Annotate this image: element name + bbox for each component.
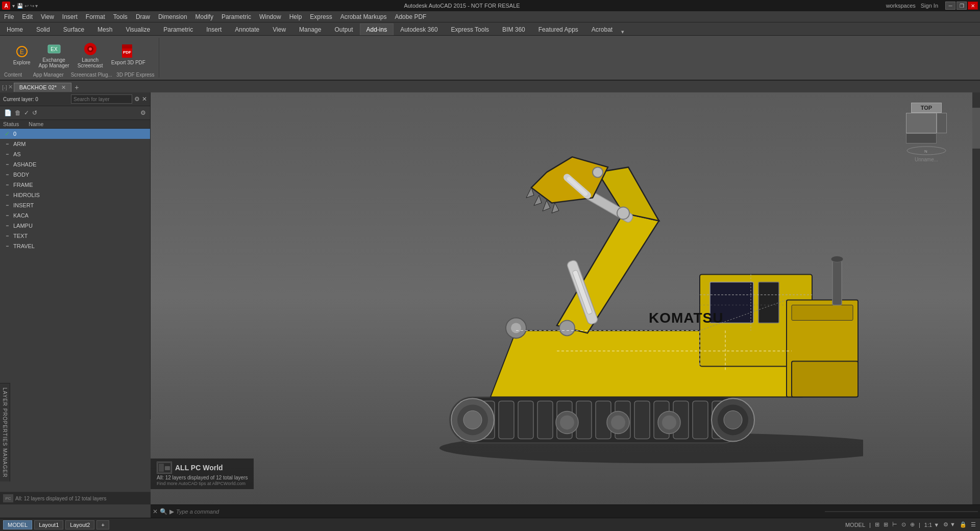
menu-adobe-pdf[interactable]: Adobe PDF	[390, 11, 430, 22]
layer-search-input[interactable]	[71, 94, 132, 104]
layer-row-hidrolis[interactable]: ━ HIDROLIS	[0, 190, 150, 200]
viewcube-top-face[interactable]: TOP	[911, 103, 942, 113]
tab-insert[interactable]: Insert	[200, 23, 228, 35]
canvas-area[interactable]: KOMATSU PC 490	[151, 92, 980, 504]
osnap-btn[interactable]: ⊕	[910, 521, 915, 528]
menu-parametric[interactable]: Parametric	[217, 11, 255, 22]
tab-annotate[interactable]: Annotate	[228, 23, 266, 35]
layer-row-travel[interactable]: ━ TRAVEL	[0, 241, 150, 251]
tab-expresstools[interactable]: Express Tools	[445, 23, 496, 35]
layer-row-lampu[interactable]: ━ LAMPU	[0, 221, 150, 231]
layer-settings-btn[interactable]: ⚙	[134, 95, 140, 103]
tab-mesh[interactable]: Mesh	[91, 23, 119, 35]
sign-in-btn[interactable]: Sign In	[921, 3, 938, 9]
layer-settings2-btn[interactable]: ⚙	[139, 108, 147, 117]
layout2-tab-btn[interactable]: Layout2	[65, 520, 94, 529]
workspace-tools[interactable]: ⚙ ▼	[943, 521, 955, 528]
explore-label: Explore	[13, 60, 31, 65]
close-button[interactable]: ✕	[968, 2, 978, 10]
menu-button[interactable]: ▾	[12, 3, 15, 9]
new-tab-btn[interactable]: +	[72, 82, 81, 92]
menu-modify[interactable]: Modify	[191, 11, 217, 22]
layout1-tab-btn[interactable]: Layout1	[34, 520, 63, 529]
exchange-button[interactable]: EX ExchangeApp Manager	[36, 39, 72, 70]
export3dpdf-label: Export 3D PDF	[111, 60, 145, 65]
menu-format[interactable]: Format	[82, 11, 109, 22]
layer-row-text[interactable]: ━ TEXT	[0, 231, 150, 241]
viewcube-right-face[interactable]	[937, 113, 947, 133]
layer-row-ashade[interactable]: ━ ASHADE	[0, 159, 150, 170]
tab-bim360[interactable]: BIM 360	[496, 23, 532, 35]
viewport[interactable]: KOMATSU PC 490	[151, 92, 980, 504]
layer-row-kaca[interactable]: ━ KACA	[0, 210, 150, 221]
tab-extra[interactable]: ▾	[621, 28, 624, 35]
command-search-btn[interactable]: 🔍	[160, 508, 167, 515]
tab-acrobat[interactable]: Acrobat	[585, 23, 619, 35]
explore-button[interactable]: E Explore	[10, 41, 34, 67]
scrollbar-thumb[interactable]	[972, 108, 980, 149]
tab-solid[interactable]: Solid	[30, 23, 57, 35]
panel-expand-btn[interactable]: ✕	[8, 84, 13, 90]
panel-collapse-btn[interactable]: [-]	[2, 84, 7, 90]
polar-btn[interactable]: ⊙	[901, 521, 906, 528]
viewcube-left-face[interactable]	[906, 113, 937, 133]
tab-autodesk360[interactable]: Autodesk 360	[394, 23, 444, 35]
tab-output[interactable]: Output	[328, 23, 359, 35]
menu-file[interactable]: File	[0, 11, 18, 22]
command-close-btn[interactable]: ✕	[153, 508, 158, 515]
layer-name-travel: TRAVEL	[13, 243, 35, 249]
tab-view[interactable]: View	[266, 23, 292, 35]
layer-properties-manager-tab[interactable]: LAYER PROPERTIES MANAGER	[0, 383, 10, 481]
menu-express[interactable]: Express	[306, 11, 336, 22]
layer-del-btn[interactable]: 🗑	[14, 108, 22, 117]
layer-row-insert[interactable]: ━ INSERT	[0, 200, 150, 210]
menu-dimension[interactable]: Dimension	[154, 11, 191, 22]
viewcube[interactable]: TOP N Unname...	[903, 103, 949, 154]
tab-addins[interactable]: Add-ins	[360, 23, 394, 35]
layer-row-frame[interactable]: ━ FRAME	[0, 180, 150, 190]
tab-featuredapps[interactable]: Featured Apps	[532, 23, 585, 35]
tab-surface[interactable]: Surface	[57, 23, 91, 35]
file-tab-close[interactable]: ✕	[61, 84, 66, 90]
menu-help[interactable]: Help	[285, 11, 306, 22]
screencast-button[interactable]: LaunchScreencast	[75, 39, 106, 70]
info-icon: PC	[5, 496, 11, 501]
new-layout-btn[interactable]: +	[96, 520, 109, 529]
annotation-scale[interactable]: 1:1 ▼	[924, 522, 939, 528]
properties-icon[interactable]: ☰	[971, 521, 976, 528]
viewcube-bottom-face[interactable]	[906, 133, 937, 143]
minimize-button[interactable]: ─	[945, 2, 955, 10]
command-arrow-btn[interactable]: ▶	[169, 508, 174, 515]
workspace-dropdown[interactable]: workspaces	[886, 3, 916, 9]
menu-edit[interactable]: Edit	[18, 11, 37, 22]
menu-insert[interactable]: Insert	[58, 11, 82, 22]
tab-manage[interactable]: Manage	[292, 23, 328, 35]
command-input[interactable]	[176, 509, 823, 515]
layer-row-0[interactable]: ✓ 0	[0, 129, 150, 139]
lock-icon[interactable]: 🔒	[960, 521, 967, 528]
grid-btn[interactable]: ⊞	[884, 521, 888, 528]
tab-home[interactable]: Home	[0, 23, 30, 35]
export3dpdf-button[interactable]: PDF Export 3D PDF	[108, 41, 149, 67]
layer-row-body[interactable]: ━ BODY	[0, 170, 150, 180]
menu-tools[interactable]: Tools	[109, 11, 132, 22]
layer-refresh-btn[interactable]: ↺	[31, 108, 38, 117]
command-scrollbar[interactable]	[825, 511, 978, 512]
snap-btn[interactable]: ⊞	[875, 521, 879, 528]
ortho-btn[interactable]: ⊢	[892, 521, 897, 528]
layer-row-arm[interactable]: ━ ARM	[0, 139, 150, 149]
layer-row-as[interactable]: ━ AS	[0, 149, 150, 159]
menu-view[interactable]: View	[37, 11, 58, 22]
layer-close-btn[interactable]: ✕	[142, 95, 147, 103]
model-tab-btn[interactable]: MODEL	[3, 520, 32, 529]
restore-button[interactable]: ❐	[957, 2, 967, 10]
tab-parametric[interactable]: Parametric	[157, 23, 200, 35]
layer-current-btn[interactable]: ✓	[23, 108, 30, 117]
file-tab[interactable]: BACKHOE 02* ✕	[14, 83, 71, 92]
menu-acrobat-markups[interactable]: Acrobat Markups	[336, 11, 391, 22]
tab-visualize[interactable]: Visualize	[119, 23, 157, 35]
menu-window[interactable]: Window	[255, 11, 285, 22]
layer-new-btn[interactable]: 📄	[3, 108, 13, 117]
menu-draw[interactable]: Draw	[132, 11, 154, 22]
vertical-scrollbar[interactable]	[972, 92, 980, 504]
